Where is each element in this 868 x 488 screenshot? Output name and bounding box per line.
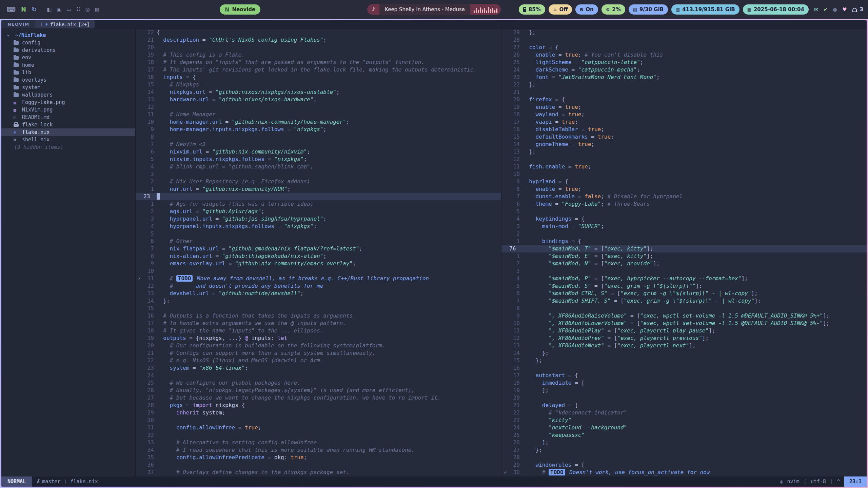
code-line[interactable]: 29 };	[501, 29, 867, 36]
code-line[interactable]: 8	[501, 305, 867, 312]
code-line[interactable]: 6 nixvim.url = "github:nix-community/nix…	[136, 148, 501, 156]
app-tray-icon[interactable]: ▣	[57, 7, 61, 12]
code-line[interactable]: 8	[136, 133, 501, 141]
bluetooth-pill[interactable]: BOn	[575, 4, 598, 15]
code-line[interactable]: 13 devshell.url = "github:numtide/devshe…	[136, 290, 501, 297]
code-line[interactable]: 11 fish.enable = true;	[501, 163, 867, 170]
code-line[interactable]: 28	[501, 454, 867, 461]
code-line[interactable]: 19 outputs = {nixpkgs, ...} @ inputs: le…	[136, 334, 501, 342]
code-line[interactable]: 31 config.allowUnfree = true;	[136, 424, 501, 431]
code-line[interactable]: 15 };	[501, 357, 867, 364]
neovim-icon[interactable]: N	[21, 6, 26, 13]
code-line[interactable]: 5 "$mainMod, S" = ["exec, grim -g \"$(sl…	[501, 282, 867, 290]
code-line[interactable]: 17 # The inputs' git revisions get locke…	[136, 66, 501, 74]
code-line[interactable]: 23	[136, 193, 501, 200]
code-line[interactable]: 28 pkgs = import nixpkgs {	[136, 402, 501, 409]
code-line[interactable]: 12	[136, 103, 501, 111]
window-tray-icon[interactable]: ◧	[47, 7, 52, 12]
code-line[interactable]: 20 # Our configuration is buildable on t…	[136, 342, 501, 349]
code-line[interactable]: 25 # We configure our global packages he…	[136, 379, 501, 387]
code-line[interactable]: 3 main-mod = "SUPER";	[501, 223, 867, 230]
code-line[interactable]: 1 nur.url = "github:nix-community/NUR";	[136, 185, 501, 193]
notification-area[interactable]: 3	[852, 6, 863, 13]
tree-item-nixvim-png[interactable]: ▨NixVim.png	[1, 106, 135, 114]
code-line[interactable]: 19 enable = true;	[501, 103, 867, 111]
code-line[interactable]: 9 emacs-overlay.url = "github:nix-commun…	[136, 260, 501, 267]
neovide-window-pill[interactable]: N Neovide	[220, 4, 260, 15]
code-line[interactable]: 27 color = {	[501, 44, 867, 51]
code-line[interactable]: 36	[136, 461, 501, 469]
tree-item-overlays[interactable]: overlays	[1, 76, 135, 84]
code-line[interactable]: 32	[136, 431, 501, 439]
message-icon[interactable]: ✉	[814, 7, 818, 12]
code-line[interactable]: ✓30 # TODO Doesn't work, use focus_on_ac…	[501, 469, 867, 476]
code-line[interactable]: 7 nix-flatpak.url = "github:gmodena/nix-…	[136, 245, 501, 252]
tree-item-system[interactable]: system	[1, 84, 135, 91]
code-line[interactable]: 24 darkScheme = "catppuccin-mocha";	[501, 66, 867, 74]
tree-item-wallpapers[interactable]: wallpapers	[1, 91, 135, 99]
code-line[interactable]: 34 # I read somewhere that this is more …	[136, 446, 501, 454]
panel-tray-icon[interactable]: ▭	[67, 7, 72, 12]
code-line[interactable]: 20	[136, 44, 501, 51]
code-line[interactable]: 13 };	[501, 148, 867, 156]
code-line[interactable]: 3	[501, 267, 867, 275]
cpu-pill[interactable]: ⚙2%	[601, 4, 625, 15]
code-line[interactable]: 20	[501, 394, 867, 402]
code-line[interactable]: 19 # This config is a Flake.	[136, 51, 501, 59]
code-line[interactable]: 18 # It depends on "inputs" that are pas…	[136, 59, 501, 66]
code-line[interactable]: 20 firefox = {	[501, 96, 867, 103]
code-line[interactable]: 1 "$mainMod, E" = ["exec, kitty"];	[501, 252, 867, 260]
code-line[interactable]: 23 "kitty"	[501, 416, 867, 424]
code-line[interactable]: 14 };	[501, 349, 867, 357]
code-line[interactable]: 13 hardware.url = "github:nixos/nixos-ha…	[136, 96, 501, 103]
tree-item-foggy-lake-png[interactable]: ▨Foggy-Lake.png	[1, 99, 135, 106]
code-line[interactable]: 24 "nextcloud --background"	[501, 424, 867, 431]
tree-item-readme-md[interactable]: ◫README.md	[1, 114, 135, 121]
code-line[interactable]: 3 hyprpanel.url = "github:jas-singhfsu/h…	[136, 215, 501, 223]
code-line[interactable]: 16 disableTabBar = true;	[501, 126, 867, 133]
code-line[interactable]: 5	[501, 208, 867, 215]
code-line[interactable]: 7 "$mainMod SHIFT, S" = ["exec, grim -g …	[501, 297, 867, 305]
code-line[interactable]: 14 gnomeTheme = true;	[501, 141, 867, 148]
code-line[interactable]: 12	[501, 156, 867, 163]
files-tray-icon[interactable]: ▤	[95, 7, 100, 12]
code-line[interactable]: 22 # e.g. NixOS (linux) and MacOS (darwi…	[136, 357, 501, 364]
code-line[interactable]: 7 dunst.enable = false; # Disable for hy…	[501, 193, 867, 200]
code-line[interactable]: 17 vaapi = true;	[501, 118, 867, 126]
code-line[interactable]: 27 # but because we want to change the n…	[136, 394, 501, 402]
code-line[interactable]: 11 ", XF86AudioPlay" = ["exec, playerctl…	[501, 327, 867, 334]
code-line[interactable]: 17 # To handle extra arguments we use th…	[136, 320, 501, 327]
code-line[interactable]: 10 home-manager.url = "github:nix-commun…	[136, 118, 501, 126]
code-line[interactable]: 2 ags.url = "github:Aylur/ags";	[136, 208, 501, 215]
code-line[interactable]: 8 nix-alien.url = "github:thiagokokada/n…	[136, 252, 501, 260]
tree-item-env[interactable]: env	[1, 54, 135, 61]
battery-pill[interactable]: 85%	[519, 4, 545, 15]
code-line[interactable]: 15 # Nixpkgs	[136, 81, 501, 88]
grid-tray-icon[interactable]: ⠿	[77, 7, 80, 12]
code-line[interactable]: 8 enable = true;	[501, 185, 867, 193]
code-line[interactable]: 9 hyprland = {	[501, 178, 867, 185]
heart-icon[interactable]: ♥	[842, 7, 847, 12]
code-line[interactable]: 9 ", XF86AudioRaiseVolume" = ["exec, wpc…	[501, 312, 867, 320]
code-line[interactable]: 19 ];	[501, 387, 867, 394]
code-line[interactable]: 21	[501, 88, 867, 96]
code-line[interactable]: 13 ", XF86AudioNext" = ["exec, playerctl…	[501, 342, 867, 349]
code-line[interactable]: 5 nixvim.inputs.nixpkgs.follows = "nixpk…	[136, 156, 501, 163]
refresh-icon[interactable]: ↻	[32, 6, 37, 13]
code-line[interactable]: 22 # "kdeconnect-indicator"	[501, 409, 867, 416]
code-line[interactable]: 33 # Alternative to setting config.allow…	[136, 439, 501, 446]
code-line[interactable]: 1 # Ags for widgets (this was a terrible…	[136, 200, 501, 208]
code-line[interactable]: 17 autostart = {	[501, 372, 867, 379]
code-line[interactable]: 4 hyprpanel.inputs.nixpkgs.follows = "ni…	[136, 223, 501, 230]
code-line[interactable]: 35 config.allowUnfreePredicate = pkg: tr…	[136, 454, 501, 461]
tree-item-shell-nix[interactable]: ❄shell.nix	[1, 136, 135, 143]
tree-item-flake-lock[interactable]: flake.lock	[1, 121, 135, 128]
code-line[interactable]: 14 nixpkgs.url = "github:nixos/nixpkgs/n…	[136, 88, 501, 96]
code-line[interactable]: 6 theme = "Foggy-Lake"; # Three-Bears	[501, 200, 867, 208]
code-line[interactable]: 18 wayland = true;	[501, 111, 867, 118]
code-line[interactable]: 5	[136, 230, 501, 238]
code-line[interactable]: 29 inherit system;	[136, 409, 501, 416]
tree-root-nixflake[interactable]: ▾~/NixFlake	[1, 32, 135, 39]
code-line[interactable]: 10 ", XF86AudioLowerVolume" = ["exec, wp…	[501, 320, 867, 327]
code-line[interactable]: 4 keybindings = {	[501, 215, 867, 223]
